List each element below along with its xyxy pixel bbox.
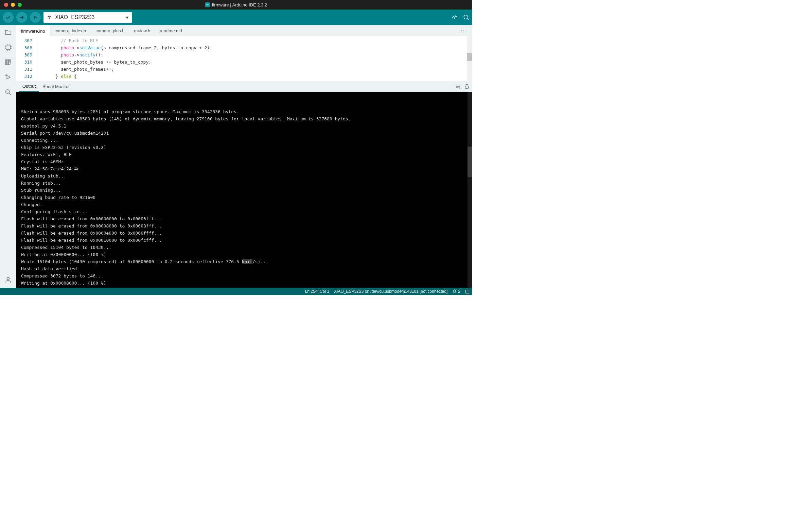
svg-marker-1 bbox=[34, 16, 37, 19]
upload-button[interactable] bbox=[16, 12, 27, 23]
arduino-logo-icon: ∞ bbox=[205, 2, 210, 7]
minimize-window-button[interactable] bbox=[11, 3, 15, 7]
svg-point-23 bbox=[6, 75, 7, 76]
editor-tab[interactable]: readme.md bbox=[155, 25, 187, 36]
editor-overflow-button[interactable]: ··· bbox=[461, 28, 470, 34]
debug-panel-button[interactable] bbox=[4, 73, 13, 82]
library-manager-button[interactable] bbox=[4, 58, 13, 67]
boards-manager-button[interactable] bbox=[4, 43, 13, 52]
svg-rect-21 bbox=[9, 60, 11, 65]
content-area: firmware.inocamera_index.hcamera_pins.hm… bbox=[16, 25, 472, 288]
minimap-slider[interactable] bbox=[467, 53, 472, 61]
console-scrollbar[interactable] bbox=[467, 92, 472, 288]
search-button[interactable] bbox=[4, 88, 13, 97]
svg-rect-30 bbox=[465, 86, 468, 88]
fold-column bbox=[36, 36, 42, 81]
account-button[interactable] bbox=[4, 275, 13, 284]
svg-rect-7 bbox=[48, 16, 49, 17]
chevron-down-icon: ▾ bbox=[126, 14, 128, 21]
maximize-window-button[interactable] bbox=[18, 3, 22, 7]
editor-tab[interactable]: mulaw.h bbox=[129, 25, 155, 36]
window-title: ∞ firmware | Arduino IDE 2.3.2 bbox=[205, 2, 267, 7]
debug-button[interactable] bbox=[30, 12, 41, 23]
toolbar: XIAO_ESP32S3 ▾ bbox=[0, 10, 472, 25]
window-controls bbox=[0, 3, 22, 7]
serial-monitor-button[interactable] bbox=[463, 14, 470, 21]
toolbar-right bbox=[451, 14, 470, 21]
editor-tab[interactable]: camera_index.h bbox=[50, 25, 91, 36]
board-name: XIAO_ESP32S3 bbox=[55, 14, 95, 20]
tab-serial-monitor[interactable]: Serial Monitor bbox=[39, 81, 73, 92]
status-bar: Ln 254, Col 1 XIAO_ESP32S3 on /dev/cu.us… bbox=[0, 288, 472, 295]
board-port-status[interactable]: XIAO_ESP32S3 on /dev/cu.usbmodem143101 [… bbox=[334, 289, 447, 294]
activity-bar bbox=[0, 25, 16, 288]
svg-line-25 bbox=[9, 93, 11, 95]
close-panel-button[interactable] bbox=[465, 289, 470, 294]
cursor-position[interactable]: Ln 254, Col 1 bbox=[305, 289, 329, 294]
output-console[interactable]: Sketch uses 968033 bytes (28%) of progra… bbox=[16, 92, 472, 288]
svg-line-9 bbox=[467, 18, 469, 20]
serial-plotter-button[interactable] bbox=[451, 14, 458, 21]
svg-point-6 bbox=[50, 16, 51, 17]
editor-tab[interactable]: firmware.ino bbox=[16, 25, 50, 36]
svg-point-24 bbox=[6, 90, 10, 94]
minimap[interactable] bbox=[467, 36, 472, 81]
titlebar: ∞ firmware | Arduino IDE 2.3.2 bbox=[0, 0, 472, 10]
notifications-button[interactable]: 2 bbox=[452, 289, 460, 294]
verify-button[interactable] bbox=[3, 12, 14, 23]
wrap-lines-icon[interactable] bbox=[455, 84, 461, 89]
svg-point-2 bbox=[49, 18, 50, 19]
title-text: firmware | Arduino IDE 2.3.2 bbox=[212, 2, 267, 7]
editor-tabs: firmware.inocamera_index.hcamera_pins.hm… bbox=[16, 25, 472, 36]
svg-rect-20 bbox=[7, 60, 8, 65]
board-selector[interactable]: XIAO_ESP32S3 ▾ bbox=[43, 12, 132, 23]
svg-rect-31 bbox=[466, 290, 469, 293]
console-scroll-thumb[interactable] bbox=[467, 147, 472, 177]
sketchbook-button[interactable] bbox=[4, 28, 13, 37]
notification-count: 2 bbox=[458, 289, 460, 294]
svg-point-8 bbox=[464, 15, 468, 19]
svg-rect-19 bbox=[5, 60, 7, 65]
close-window-button[interactable] bbox=[4, 3, 8, 7]
svg-point-26 bbox=[7, 277, 9, 280]
editor-tab[interactable]: camera_pins.h bbox=[91, 25, 129, 36]
code-content[interactable]: // Push to BLE photo->setValue(s_compres… bbox=[42, 36, 467, 81]
svg-marker-22 bbox=[7, 75, 10, 79]
bottom-panel: Output Serial Monitor Sketch uses 968033… bbox=[16, 81, 472, 288]
lock-icon[interactable] bbox=[464, 84, 470, 89]
usb-icon bbox=[47, 15, 52, 20]
code-editor[interactable]: 307308309310311312 // Push to BLE photo-… bbox=[16, 36, 472, 81]
tab-output[interactable]: Output bbox=[19, 81, 39, 92]
main-area: firmware.inocamera_index.hcamera_pins.hm… bbox=[0, 25, 472, 288]
svg-rect-10 bbox=[6, 45, 11, 50]
panel-tabs: Output Serial Monitor bbox=[16, 81, 472, 92]
line-gutter: 307308309310311312 bbox=[16, 36, 36, 81]
